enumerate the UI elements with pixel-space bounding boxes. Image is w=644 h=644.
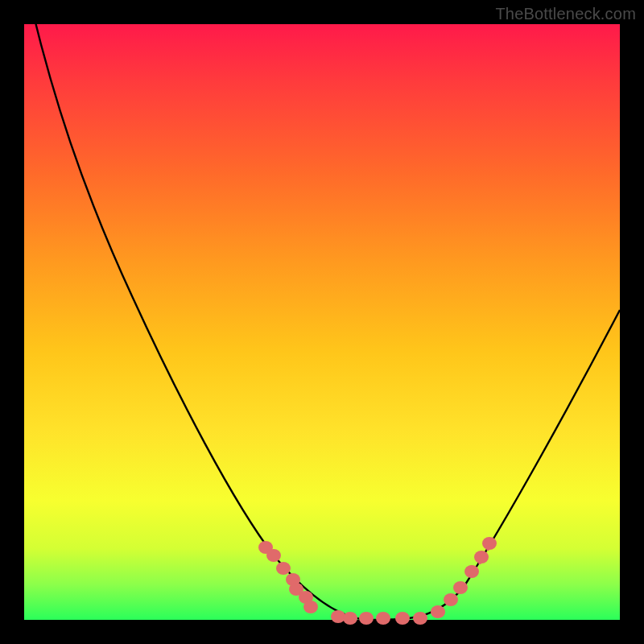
sample-point: [444, 593, 458, 606]
curve-svg: [24, 24, 620, 620]
sample-point: [343, 612, 357, 625]
bottleneck-curve: [32, 10, 620, 620]
attribution-text: TheBottleneck.com: [495, 5, 636, 23]
sample-point: [482, 537, 497, 550]
sample-point: [303, 601, 318, 613]
plot-area: [24, 24, 620, 620]
sample-point: [474, 551, 489, 564]
sample-point: [395, 612, 410, 625]
sample-point: [413, 612, 427, 625]
sample-point: [453, 581, 468, 594]
sample-point: [376, 612, 390, 625]
sample-point: [276, 562, 291, 575]
marker-cluster-left: [258, 541, 318, 613]
sample-point: [266, 549, 281, 562]
sample-point: [431, 605, 445, 618]
chart-frame: TheBottleneck.com: [0, 0, 644, 644]
sample-point: [359, 612, 374, 625]
